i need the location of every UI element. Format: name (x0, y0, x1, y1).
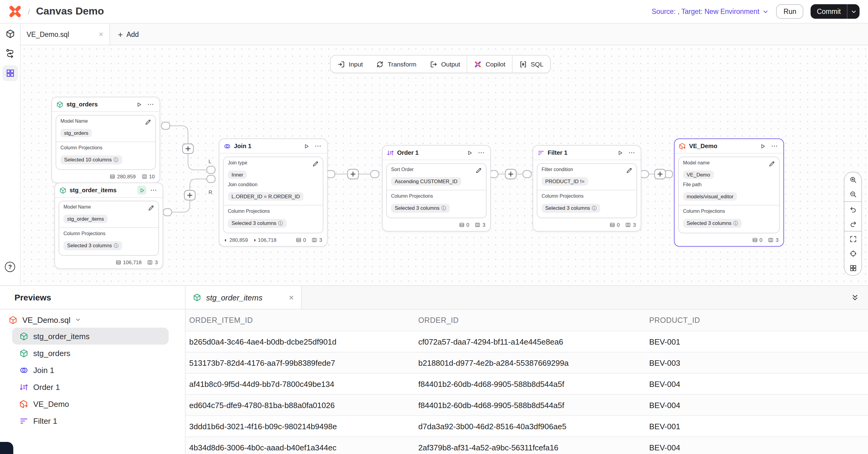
dbt-logo-icon[interactable] (8, 5, 22, 18)
node-menu-button[interactable]: ⋯ (314, 142, 323, 151)
join-type-pill[interactable]: Inner (228, 171, 247, 179)
locate-icon[interactable] (844, 246, 861, 261)
port-filter-out[interactable] (640, 171, 649, 178)
zoom-out-icon[interactable] (844, 187, 861, 201)
node-stg-order-items[interactable]: stg_order_items ⋯ Model Name stg_order_i… (54, 183, 163, 269)
add-step-button[interactable] (655, 169, 665, 179)
model-name-pill[interactable]: VE_Demo (683, 171, 714, 179)
tree-item-order-1[interactable]: Order 1 (12, 379, 168, 395)
bottom-left-corner-widget[interactable] (0, 442, 13, 454)
tab-ve-demo-sql[interactable]: VE_Demo.sql × (21, 24, 110, 45)
undo-icon[interactable] (844, 202, 861, 216)
node-filter-1[interactable]: Filter 1 ⋯ Filter condition PRODUCT_ID !… (532, 145, 641, 231)
table-row[interactable]: 4b34d8d6-3006-4b0c-aaad-b40ef1a344ec2af3… (186, 437, 868, 454)
tree-item-stg-order-items[interactable]: stg_order_items (12, 328, 168, 344)
edit-icon[interactable] (312, 160, 319, 168)
add-step-button[interactable] (505, 169, 516, 179)
column-projections-pill[interactable]: Selected 3 columnsⓘ (391, 204, 450, 212)
table-row[interactable]: ed604c75-dfe9-4780-81ba-b88a0fa01026f844… (186, 395, 868, 416)
run-button[interactable]: Run (776, 4, 804, 19)
edit-icon[interactable] (626, 167, 633, 174)
preview-tab-stg-order-items[interactable]: stg_order_items × (186, 286, 302, 309)
port-join-left-in[interactable] (207, 166, 215, 174)
port-join-right-in[interactable] (207, 175, 215, 183)
close-icon[interactable]: × (99, 30, 103, 38)
redo-icon[interactable] (844, 216, 861, 231)
node-play-button[interactable] (134, 100, 143, 109)
node-ve-demo[interactable]: VE_Demo ⋯ Model name VE_Demo File path m… (674, 139, 784, 246)
table-view-icon[interactable] (2, 65, 18, 81)
models-cube-icon[interactable] (2, 27, 18, 41)
table-row[interactable]: 513173b7-82d4-4176-aa7f-99b8389fede7b218… (186, 353, 868, 373)
port-order-in[interactable] (371, 171, 379, 178)
column-projections-pill[interactable]: Selected 3 columnsⓘ (228, 218, 286, 228)
add-tab-button[interactable]: + Add (110, 24, 147, 45)
column-projections-pill[interactable]: Selected 3 columnsⓘ (63, 241, 122, 250)
node-menu-button[interactable]: ⋯ (770, 142, 779, 151)
model-name-pill[interactable]: stg_order_items (63, 215, 107, 223)
tree-item-filter-1[interactable]: Filter 1 (12, 412, 168, 429)
tree-root-ve-demo-sql[interactable]: VE_Demo.sql (0, 312, 185, 328)
column-projections-pill[interactable]: Selected 3 columnsⓘ (683, 218, 742, 228)
node-play-button[interactable] (302, 142, 311, 151)
port-join-out[interactable] (327, 171, 335, 178)
column-header[interactable]: ORDER_ID (418, 316, 649, 324)
column-header[interactable]: ORDER_ITEM_ID (189, 316, 418, 324)
row-count: 0 (459, 221, 469, 228)
tree-item-stg-orders[interactable]: stg_orders (12, 344, 168, 362)
port-filter-in[interactable] (523, 171, 531, 178)
tree-item-ve-demo[interactable]: VE_Demo (12, 395, 168, 412)
transform-button[interactable]: Transform (370, 56, 423, 72)
node-play-button[interactable] (465, 148, 474, 157)
port-stg-order-items-out[interactable] (163, 209, 172, 216)
sql-button[interactable]: SQL (513, 56, 550, 72)
model-name-pill[interactable]: stg_orders (60, 129, 92, 137)
commit-button[interactable]: Commit (811, 4, 847, 19)
filter-condition-pill[interactable]: PRODUCT_ID != (541, 177, 588, 186)
output-button[interactable]: Output (423, 56, 467, 72)
add-step-button[interactable] (347, 169, 359, 179)
edit-icon[interactable] (145, 119, 152, 126)
node-play-button[interactable] (615, 148, 624, 157)
help-icon[interactable]: ? (5, 262, 15, 272)
table-row[interactable]: 3ddd1b6d-3021-4f16-b09c-980214b9498ed7da… (186, 416, 868, 437)
port-order-out[interactable] (490, 171, 498, 178)
column-header[interactable]: PRODUCT_ID (649, 316, 868, 324)
table-row[interactable]: b265d0a4-3c46-4ae4-b0db-dcbe25df901dcf07… (186, 331, 868, 353)
tree-item-join-1[interactable]: Join 1 (12, 362, 168, 379)
node-play-button[interactable] (137, 186, 146, 195)
node-menu-button[interactable]: ⋯ (149, 186, 158, 195)
copilot-button[interactable]: Copilot (468, 56, 512, 72)
node-join-1[interactable]: Join 1 ⋯ Join type Inner Join condition … (219, 139, 328, 246)
port-stg-orders-out[interactable] (161, 122, 170, 129)
table-cell: 2af379b8-af31-4a52-a9bc-56311fcefa16 (418, 443, 649, 452)
lineage-flow-icon[interactable] (2, 46, 18, 60)
minimap-grid-icon[interactable] (844, 261, 861, 275)
commit-dropdown-button[interactable] (847, 4, 860, 19)
column-projections-pill[interactable]: Selected 3 columnsⓘ (541, 204, 600, 212)
node-stg-orders[interactable]: stg_orders ⋯ Model Name stg_orders Colum… (51, 97, 160, 183)
edit-icon[interactable] (768, 160, 776, 168)
transform-icon (376, 60, 384, 68)
dag-canvas[interactable]: L R Input Transform Output Copilot SQL (21, 46, 868, 285)
close-icon[interactable]: × (289, 293, 294, 302)
add-step-button[interactable] (184, 190, 195, 200)
column-projections-pill[interactable]: Selected 10 columnsⓘ (60, 155, 122, 164)
collapse-panel-icon[interactable] (851, 294, 859, 301)
add-step-button[interactable] (183, 144, 193, 154)
fit-view-icon[interactable] (844, 232, 861, 246)
edit-icon[interactable] (148, 204, 155, 212)
node-play-button[interactable] (758, 142, 767, 151)
node-menu-button[interactable]: ⋯ (146, 100, 155, 109)
zoom-in-icon[interactable] (844, 172, 861, 187)
environment-selector[interactable]: Source: , Target: New Environment (652, 8, 769, 15)
edit-icon[interactable] (475, 167, 483, 174)
node-menu-button[interactable]: ⋯ (627, 148, 637, 157)
input-button[interactable]: Input (331, 56, 370, 72)
sort-order-pill[interactable]: Ascending CUSTOMER_ID (391, 177, 461, 186)
node-order-1[interactable]: Order 1 ⋯ Sort Order Ascending CUSTOMER_… (382, 145, 491, 231)
file-path-pill[interactable]: models/visual_editor (683, 192, 737, 201)
table-row[interactable]: af41b8c0-9f5d-44d9-bb7d-7800c49be134f844… (186, 373, 868, 395)
node-menu-button[interactable]: ⋯ (477, 148, 486, 157)
join-condition-pill[interactable]: L.ORDER_ID = R.ORDER_ID (228, 192, 304, 201)
